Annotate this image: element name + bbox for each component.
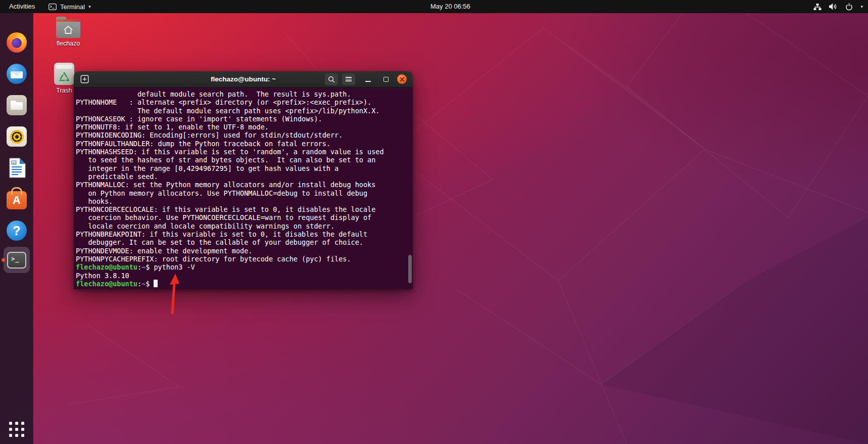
- dock-item-ubuntu-software[interactable]: [7, 189, 27, 209]
- show-applications-icon: [9, 422, 24, 437]
- terminal-line: PYTHONCOERCECLOCALE: if this variable is…: [76, 205, 412, 213]
- help-icon: [7, 220, 27, 241]
- dock-item-libreoffice-writer[interactable]: [7, 158, 27, 178]
- rhythmbox-icon: [7, 126, 27, 147]
- terminal-window: flechazo@ubuntu: ~: [74, 71, 413, 289]
- recycle-icon: [58, 71, 70, 82]
- clock[interactable]: May 20 06:56: [430, 0, 470, 13]
- command-text: python3 -V: [154, 263, 195, 271]
- terminal-line: PYTHONHOME : alternate <prefix> director…: [76, 98, 412, 106]
- terminal-line: PYTHONPYCACHEPREFIX: root directory for …: [76, 255, 412, 263]
- terminal-line: integer in the range [0,4294967295] to g…: [76, 164, 412, 172]
- prompt-path: ~: [141, 263, 146, 271]
- terminal-line: debugger. It can be set to the callable …: [76, 238, 412, 246]
- chevron-down-icon: ▾: [88, 4, 91, 9]
- search-button[interactable]: [325, 73, 338, 85]
- terminal-line: hooks.: [76, 197, 412, 205]
- desktop: Activities Terminal ▾ May 20 06:56: [0, 0, 868, 444]
- thunderbird-icon: [7, 64, 27, 84]
- terminal-line: The default module search path uses <pre…: [76, 107, 412, 115]
- command-output-line: Python 3.8.10: [76, 272, 412, 280]
- maximize-button[interactable]: [380, 73, 392, 85]
- network-icon: [813, 4, 822, 10]
- show-applications-button[interactable]: [0, 422, 33, 437]
- prompt-separator: :: [137, 263, 141, 271]
- hamburger-icon: [346, 76, 352, 82]
- activities-button[interactable]: Activities: [6, 0, 38, 13]
- terminal-line: coercion behavior. Use PYTHONCOERCECLOCA…: [76, 213, 412, 221]
- dock-item-rhythmbox[interactable]: [7, 126, 27, 147]
- running-indicator-dot: [2, 258, 5, 262]
- terminal-line: PYTHONCASEOK : ignore case in 'import' s…: [76, 115, 412, 123]
- dock-item-terminal[interactable]: [4, 247, 30, 273]
- close-icon: [400, 77, 405, 82]
- desktop-icon-label: flechazo: [50, 40, 87, 47]
- prompt-user: flechazo@ubuntu: [76, 280, 137, 288]
- terminal-line: PYTHONIOENCODING: Encoding[:errors] used…: [76, 131, 412, 139]
- dock-item-firefox[interactable]: [7, 32, 27, 53]
- terminal-line: PYTHONFAULTHANDLER: dump the Python trac…: [76, 140, 412, 148]
- app-menu-label: Terminal: [60, 3, 85, 11]
- firefox-icon: [7, 32, 27, 53]
- system-tray[interactable]: ▾: [813, 0, 863, 13]
- search-icon: [328, 76, 335, 83]
- prompt-symbol: $: [146, 263, 150, 271]
- maximize-icon: [383, 77, 389, 82]
- trash-icon: [54, 63, 74, 85]
- prompt-symbol: $: [146, 280, 150, 288]
- terminal-line: on Python memory allocators. Use PYTHONM…: [76, 189, 412, 197]
- files-icon: [7, 95, 27, 115]
- chevron-down-icon: ▾: [860, 4, 863, 9]
- terminal-line: to seed the hashes of str and bytes obje…: [76, 156, 412, 164]
- house-icon: [63, 25, 73, 34]
- dock: [0, 13, 33, 444]
- menu-button[interactable]: [342, 73, 355, 85]
- prompt-path: ~: [141, 280, 146, 288]
- terminal-line: PYTHONBREAKPOINT: if this variable is se…: [76, 230, 412, 238]
- ubuntu-software-icon: [7, 191, 27, 209]
- terminal-line: locale coercion and locale compatibility…: [76, 222, 412, 230]
- terminal-app-icon: [49, 4, 57, 10]
- terminal-titlebar[interactable]: flechazo@ubuntu: ~: [74, 71, 413, 87]
- dock-item-files[interactable]: [7, 95, 27, 115]
- terminal-cursor: [154, 280, 158, 287]
- terminal-line: PYTHONMALLOC: set the Python memory allo…: [76, 181, 412, 189]
- new-tab-button[interactable]: [78, 73, 90, 85]
- power-icon: [845, 3, 853, 11]
- home-folder-icon: [56, 19, 80, 38]
- terminal-prompt-line: flechazo@ubuntu:~$: [76, 280, 412, 288]
- new-tab-icon: [80, 75, 89, 83]
- desktop-icon-home-folder[interactable]: flechazo: [50, 19, 87, 47]
- libreoffice-writer-icon: [8, 158, 26, 178]
- dock-item-thunderbird[interactable]: [7, 64, 27, 84]
- top-bar: Activities Terminal ▾ May 20 06:56: [0, 0, 868, 13]
- terminal-line: default module search path. The result i…: [76, 90, 412, 98]
- minimize-icon: [365, 81, 371, 82]
- minimize-button[interactable]: [362, 73, 374, 85]
- dock-item-help[interactable]: [7, 220, 27, 241]
- terminal-line: PYTHONDEVMODE: enable the development mo…: [76, 247, 412, 255]
- terminal-prompt-line: flechazo@ubuntu:~$python3 -V: [76, 263, 412, 271]
- terminal-icon: [7, 252, 26, 269]
- terminal-line: predictable seed.: [76, 172, 412, 181]
- terminal-line: PYTHONHASHSEED: if this variable is set …: [76, 148, 412, 156]
- terminal-output[interactable]: default module search path. The result i…: [74, 87, 413, 289]
- volume-icon: [829, 3, 838, 10]
- prompt-user: flechazo@ubuntu: [76, 263, 137, 271]
- terminal-line: PYTHONUTF8: if set to 1, enable the UTF-…: [76, 123, 412, 131]
- close-button[interactable]: [397, 74, 407, 84]
- app-menu[interactable]: Terminal ▾: [49, 0, 91, 13]
- scrollbar-thumb[interactable]: [408, 255, 412, 283]
- prompt-separator: :: [137, 280, 141, 288]
